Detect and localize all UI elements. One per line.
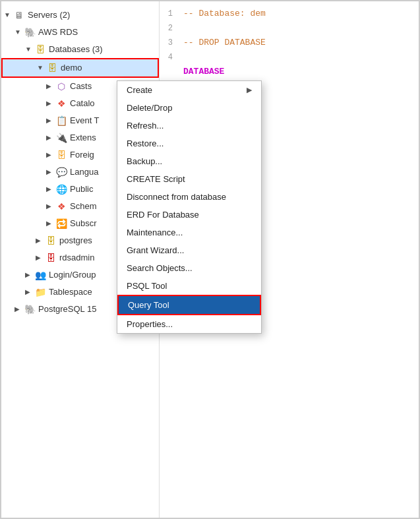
menu-item-delete-drop[interactable]: Delete/Drop bbox=[117, 99, 261, 117]
create-submenu-arrow: ▶ bbox=[247, 86, 252, 94]
tree-label-casts: Casts bbox=[70, 79, 92, 94]
line-number-1: 1 bbox=[160, 7, 181, 21]
chevron-subscr: ▶ bbox=[46, 216, 55, 231]
menu-label-erd: ERD For Database bbox=[127, 210, 199, 220]
menu-item-refresh[interactable]: Refresh... bbox=[117, 117, 261, 135]
chevron-public: ▶ bbox=[46, 182, 55, 197]
chevron-login: ▶ bbox=[25, 268, 34, 282]
catalog-icon: ❖ bbox=[55, 98, 67, 109]
menu-label-backup: Backup... bbox=[127, 156, 162, 166]
menu-label-refresh: Refresh... bbox=[127, 121, 164, 131]
menu-item-properties[interactable]: Properties... bbox=[117, 315, 261, 333]
demo-icon: 🗄 bbox=[46, 62, 58, 74]
line-code-3: -- DROP DATABASE bbox=[181, 36, 419, 50]
tree-item-aws-rds[interactable]: ▼ 🐘 AWS RDS bbox=[1, 24, 159, 41]
public-icon: 🌐 bbox=[55, 183, 67, 195]
tree-label-language: Langua bbox=[70, 165, 98, 179]
menu-label-create-script: CREATE Script bbox=[127, 174, 185, 184]
tablespace-icon: 📁 bbox=[34, 286, 46, 298]
menu-item-grant-wizard[interactable]: Grant Wizard... bbox=[117, 241, 261, 259]
chevron-servers: ▼ bbox=[4, 8, 13, 22]
line-2: 2 bbox=[160, 21, 419, 36]
menu-item-backup[interactable]: Backup... bbox=[117, 152, 261, 170]
postgresql15-icon: 🐘 bbox=[24, 303, 36, 315]
tree-label-event: Event T bbox=[70, 113, 100, 128]
tree-item-demo[interactable]: ▼ 🗄 demo bbox=[1, 58, 159, 78]
chevron-schema: ▶ bbox=[46, 199, 55, 214]
menu-item-maintenance[interactable]: Maintenance... bbox=[117, 224, 261, 241]
menu-label-query-tool: Query Tool bbox=[128, 300, 169, 310]
menu-label-psql-tool: PSQL Tool bbox=[127, 281, 167, 291]
menu-item-create[interactable]: Create ▶ bbox=[117, 81, 261, 99]
rdsadmin-icon: 🗄 bbox=[45, 252, 57, 264]
tree-label-schema: Schem bbox=[70, 199, 96, 214]
tree-label-servers: Servers (2) bbox=[28, 8, 70, 22]
menu-item-query-tool[interactable]: Query Tool bbox=[117, 295, 261, 315]
menu-label-search-objects: Search Objects... bbox=[127, 263, 193, 273]
extension-icon: 🔌 bbox=[55, 132, 67, 144]
line-code-1: -- Database: dem bbox=[181, 7, 419, 21]
menu-label-maintenance: Maintenance... bbox=[127, 228, 183, 237]
line-number-3: 3 bbox=[160, 36, 181, 50]
tree-label-postgresql15: PostgreSQL 15 bbox=[38, 302, 96, 317]
line-5: DATABASE bbox=[160, 65, 419, 79]
menu-item-erd[interactable]: ERD For Database bbox=[117, 206, 261, 224]
menu-item-restore[interactable]: Restore... bbox=[117, 135, 261, 152]
menu-label-disconnect: Disconnect from database bbox=[127, 192, 226, 202]
context-menu: Create ▶ Delete/Drop Refresh... Restore.… bbox=[117, 80, 262, 334]
tree-item-servers[interactable]: ▼ 🖥 Servers (2) bbox=[1, 7, 159, 24]
menu-item-create-script[interactable]: CREATE Script bbox=[117, 170, 261, 188]
tree-label-foreign: Foreig bbox=[70, 148, 94, 162]
line-1: 1 -- Database: dem bbox=[160, 7, 419, 21]
casts-icon: ⬡ bbox=[55, 80, 67, 92]
chevron-postgresql15: ▶ bbox=[15, 302, 24, 317]
tree-item-databases[interactable]: ▼ 🗄 Databases (3) bbox=[1, 41, 159, 58]
menu-label-create: Create bbox=[127, 85, 152, 95]
menu-label-properties: Properties... bbox=[127, 319, 173, 329]
tree-label-tablespace: Tablespace bbox=[49, 285, 92, 299]
tree-label-databases: Databases (3) bbox=[49, 42, 103, 57]
menu-label-restore: Restore... bbox=[127, 138, 164, 148]
menu-label-grant-wizard: Grant Wizard... bbox=[127, 245, 184, 255]
tree-label-extension: Extens bbox=[70, 131, 96, 145]
chevron-event: ▶ bbox=[46, 113, 55, 128]
postgres-icon: 🗄 bbox=[45, 235, 57, 247]
tree-label-catalog: Catalo bbox=[70, 96, 95, 111]
chevron-extension: ▶ bbox=[46, 131, 55, 145]
chevron-foreign: ▶ bbox=[46, 148, 55, 162]
chevron-rdsadmin: ▶ bbox=[36, 251, 45, 265]
line-number-4: 4 bbox=[160, 50, 181, 65]
tree-label-login: Login/Group bbox=[49, 268, 96, 282]
line-4: 4 bbox=[160, 50, 419, 65]
login-icon: 👥 bbox=[34, 269, 46, 281]
event-icon: 📋 bbox=[55, 115, 67, 127]
main-container: ▼ 🖥 Servers (2) ▼ 🐘 AWS RDS ▼ 🗄 Database… bbox=[1, 1, 419, 518]
schema-icon: ❖ bbox=[55, 200, 67, 212]
tree-label-rdsadmin: rdsadmin bbox=[59, 251, 94, 265]
tree-label-public: Public bbox=[70, 182, 93, 197]
tree-label-subscr: Subscr bbox=[70, 216, 96, 231]
tree-label-postgres: postgres bbox=[59, 233, 92, 248]
menu-item-psql-tool[interactable]: PSQL Tool bbox=[117, 277, 261, 295]
tree-label-aws-rds: AWS RDS bbox=[38, 25, 78, 40]
databases-icon: 🗄 bbox=[34, 44, 46, 55]
chevron-catalog: ▶ bbox=[46, 96, 55, 111]
subscr-icon: 🔁 bbox=[55, 218, 67, 229]
menu-item-disconnect[interactable]: Disconnect from database bbox=[117, 188, 261, 206]
line-number-2: 2 bbox=[160, 21, 181, 36]
tree-label-demo: demo bbox=[61, 61, 82, 75]
line-3: 3 -- DROP DATABASE bbox=[160, 36, 419, 50]
chevron-casts: ▶ bbox=[46, 79, 55, 94]
line-code-5: DATABASE bbox=[181, 65, 419, 79]
chevron-postgres: ▶ bbox=[36, 233, 45, 248]
server-icon: 🖥 bbox=[13, 9, 25, 21]
menu-label-delete-drop: Delete/Drop bbox=[127, 103, 172, 113]
chevron-demo: ▼ bbox=[37, 61, 46, 75]
chevron-aws-rds: ▼ bbox=[15, 25, 24, 40]
language-icon: 💬 bbox=[55, 166, 67, 178]
aws-rds-icon: 🐘 bbox=[24, 26, 36, 38]
chevron-tablespace: ▶ bbox=[25, 285, 34, 299]
chevron-databases: ▼ bbox=[25, 42, 34, 57]
menu-item-search-objects[interactable]: Search Objects... bbox=[117, 259, 261, 277]
chevron-language: ▶ bbox=[46, 165, 55, 179]
